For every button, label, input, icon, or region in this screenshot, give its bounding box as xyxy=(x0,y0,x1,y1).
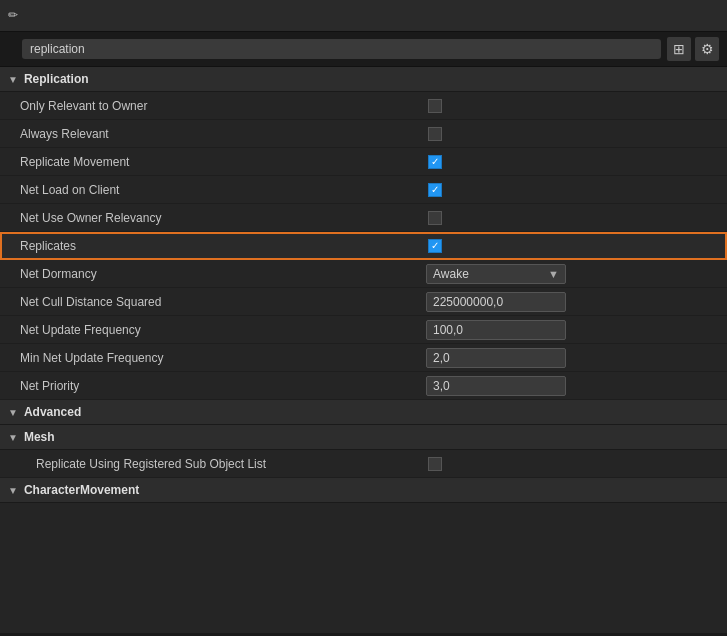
property-label-always-relevant: Always Relevant xyxy=(0,123,420,145)
grid-view-button[interactable]: ⊞ xyxy=(667,37,691,61)
section-header-mesh[interactable]: ▼Mesh xyxy=(0,425,727,450)
checkbox-replicates[interactable]: ✓ xyxy=(426,237,444,255)
property-label-net-use-owner: Net Use Owner Relevancy xyxy=(0,207,420,229)
search-bar: ⊞ ⚙ xyxy=(0,32,727,67)
checkbox-net-use-owner[interactable] xyxy=(426,209,444,227)
property-row-replicate-movement: Replicate Movement✓ xyxy=(0,148,727,176)
section-arrow: ▼ xyxy=(8,432,18,443)
property-value-net-load-client: ✓ xyxy=(420,178,727,202)
property-value-replicate-movement: ✓ xyxy=(420,150,727,174)
property-row-net-dormancy: Net DormancyAwake▼ xyxy=(0,260,727,288)
section-label: Mesh xyxy=(24,430,55,444)
property-value-replicates: ✓ xyxy=(420,234,727,258)
property-row-min-net-update-freq: Min Net Update Frequency xyxy=(0,344,727,372)
property-row-replicate-sub-obj: Replicate Using Registered Sub Object Li… xyxy=(0,450,727,478)
property-label-net-dormancy: Net Dormancy xyxy=(0,263,420,285)
dropdown-value-net-dormancy: Awake xyxy=(433,267,548,281)
property-label-min-net-update-freq: Min Net Update Frequency xyxy=(0,347,420,369)
search-input-wrapper xyxy=(22,39,661,59)
dropdown-net-dormancy[interactable]: Awake▼ xyxy=(426,264,566,284)
close-button[interactable] xyxy=(701,7,719,25)
checkbox-checked-mark: ✓ xyxy=(428,155,442,169)
property-row-net-update-freq: Net Update Frequency xyxy=(0,316,727,344)
property-label-net-load-client: Net Load on Client xyxy=(0,179,420,201)
property-value-net-use-owner xyxy=(420,206,727,230)
checkbox-only-relevant[interactable] xyxy=(426,97,444,115)
property-row-only-relevant: Only Relevant to Owner xyxy=(0,92,727,120)
property-value-replicate-sub-obj xyxy=(420,452,727,476)
property-row-replicates: Replicates✓ xyxy=(0,232,727,260)
details-icon: ✏ xyxy=(8,8,24,24)
property-value-only-relevant xyxy=(420,94,727,118)
search-clear-button[interactable] xyxy=(8,47,16,51)
checkbox-unchecked-mark xyxy=(428,127,442,141)
toolbar-icons: ⊞ ⚙ xyxy=(667,37,719,61)
property-value-min-net-update-freq xyxy=(420,345,727,371)
property-label-replicate-movement: Replicate Movement xyxy=(0,151,420,173)
section-header-character-movement[interactable]: ▼CharacterMovement xyxy=(0,478,727,503)
section-label: Advanced xyxy=(24,405,81,419)
property-label-replicate-sub-obj: Replicate Using Registered Sub Object Li… xyxy=(0,453,420,475)
property-label-net-cull-distance: Net Cull Distance Squared xyxy=(0,291,420,313)
property-label-replicates: Replicates xyxy=(0,235,420,257)
checkbox-checked-mark: ✓ xyxy=(428,239,442,253)
property-value-net-dormancy: Awake▼ xyxy=(420,261,727,287)
section-label: CharacterMovement xyxy=(24,483,139,497)
text-input-net-update-freq[interactable] xyxy=(426,320,566,340)
checkbox-always-relevant[interactable] xyxy=(426,125,444,143)
property-value-net-priority xyxy=(420,373,727,399)
checkbox-replicate-movement[interactable]: ✓ xyxy=(426,153,444,171)
section-label: Replication xyxy=(24,72,89,86)
section-header-advanced[interactable]: ▼Advanced xyxy=(0,400,727,425)
text-input-net-priority[interactable] xyxy=(426,376,566,396)
section-arrow: ▼ xyxy=(8,74,18,85)
property-label-net-priority: Net Priority xyxy=(0,375,420,397)
property-value-net-update-freq xyxy=(420,317,727,343)
property-value-always-relevant xyxy=(420,122,727,146)
text-input-min-net-update-freq[interactable] xyxy=(426,348,566,368)
property-row-net-cull-distance: Net Cull Distance Squared xyxy=(0,288,727,316)
settings-button[interactable]: ⚙ xyxy=(695,37,719,61)
checkbox-replicate-sub-obj[interactable] xyxy=(426,455,444,473)
checkbox-net-load-client[interactable]: ✓ xyxy=(426,181,444,199)
title-bar: ✏ xyxy=(0,0,727,32)
checkbox-unchecked-mark xyxy=(428,457,442,471)
property-value-net-cull-distance xyxy=(420,289,727,315)
section-header-replication[interactable]: ▼Replication xyxy=(0,67,727,92)
property-row-net-priority: Net Priority xyxy=(0,372,727,400)
property-row-always-relevant: Always Relevant xyxy=(0,120,727,148)
checkbox-unchecked-mark xyxy=(428,99,442,113)
property-label-only-relevant: Only Relevant to Owner xyxy=(0,95,420,117)
text-input-net-cull-distance[interactable] xyxy=(426,292,566,312)
checkbox-unchecked-mark xyxy=(428,211,442,225)
property-row-net-load-client: Net Load on Client✓ xyxy=(0,176,727,204)
dropdown-arrow-icon: ▼ xyxy=(548,268,559,280)
section-arrow: ▼ xyxy=(8,485,18,496)
property-label-net-update-freq: Net Update Frequency xyxy=(0,319,420,341)
search-input[interactable] xyxy=(30,42,653,56)
property-row-net-use-owner: Net Use Owner Relevancy xyxy=(0,204,727,232)
content-area: ▼ReplicationOnly Relevant to OwnerAlways… xyxy=(0,67,727,633)
checkbox-checked-mark: ✓ xyxy=(428,183,442,197)
section-arrow: ▼ xyxy=(8,407,18,418)
